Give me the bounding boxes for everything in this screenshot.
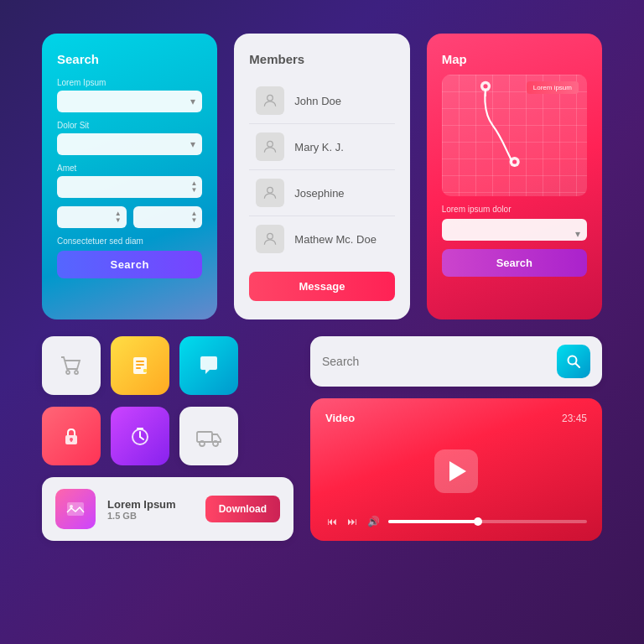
list-item[interactable]: Mathew Mc. Doe [249, 216, 394, 262]
select-lorem-ipsum[interactable] [57, 91, 202, 112]
download-size: 1.5 GB [107, 511, 194, 521]
svg-point-8 [66, 371, 70, 374]
avatar [256, 86, 284, 115]
video-header: Video 23:45 [325, 412, 587, 424]
svg-rect-12 [136, 364, 144, 366]
video-title: Video [325, 412, 355, 424]
member-name: John Doe [294, 95, 341, 107]
map-title: Map [442, 52, 587, 66]
label-amet: Amet [57, 164, 202, 173]
form-group-4: ▲▼ ▲▼ [57, 206, 202, 228]
chat-icon [195, 351, 223, 380]
video-play-area [325, 433, 587, 509]
message-btn[interactable]: Message [249, 272, 394, 301]
map-area: Lorem ipsum [442, 75, 587, 196]
form-group-3: Amet ▲▼ [57, 164, 202, 198]
download-title: Lorem Ipsum [107, 498, 194, 511]
svg-rect-11 [136, 361, 144, 362]
avatar [256, 132, 284, 161]
truck-icon-btn[interactable] [179, 407, 238, 465]
progress-fill [388, 520, 478, 523]
svg-point-1 [267, 141, 273, 147]
spinner-wrapper-amet: ▲▼ [57, 176, 202, 198]
form-group-2: Dolor Sit [57, 121, 202, 155]
prev-btn[interactable]: ⏭ [345, 516, 359, 527]
list-item[interactable]: Mary K. J. [249, 124, 394, 170]
timer-icon-btn[interactable] [111, 407, 169, 465]
map-select-wrapper [442, 219, 587, 249]
two-col-inputs: ▲▼ ▲▼ [57, 206, 202, 228]
right-bottom: Video 23:45 ⏮ ⏭ 🔊 [310, 336, 602, 541]
member-name: Mathew Mc. Doe [294, 233, 377, 246]
map-select[interactable] [442, 219, 587, 241]
member-name: Mary K. J. [294, 141, 344, 153]
svg-point-2 [267, 187, 273, 193]
rewind-btn[interactable]: ⏮ [325, 516, 339, 527]
members-card: Members John Doe Mary K. J. [234, 34, 409, 319]
map-route-svg [442, 75, 587, 180]
truck-icon [194, 421, 224, 451]
map-search-btn[interactable]: Search [442, 249, 587, 277]
member-list: John Doe Mary K. J. Josephine [249, 78, 394, 262]
lock-icon [58, 423, 85, 449]
svg-rect-13 [136, 367, 141, 369]
volume-btn[interactable]: 🔊 [366, 516, 382, 527]
chat-icon-btn[interactable] [179, 336, 238, 395]
video-timestamp: 23:45 [562, 413, 587, 424]
map-subtitle: Lorem ipsum dolor [442, 205, 587, 214]
select-wrapper-2 [57, 133, 202, 155]
image-icon [64, 497, 87, 521]
label-consectetuer: Consectetuer sed diam [57, 236, 202, 246]
svg-rect-14 [143, 369, 147, 372]
icon-buttons-row-2 [42, 407, 293, 465]
svg-point-5 [483, 84, 487, 88]
svg-point-3 [267, 233, 273, 239]
list-item[interactable]: John Doe [249, 78, 394, 124]
search-card-title: Search [57, 52, 202, 66]
search-card: Search Lorem Ipsum Dolor Sit Amet [42, 34, 217, 319]
video-controls: ⏮ ⏭ 🔊 [325, 516, 587, 527]
members-title: Members [249, 52, 394, 66]
bottom-row: Lorem Ipsum 1.5 GB Download [42, 336, 602, 541]
spinner-wrapper-2: ▲▼ [133, 206, 203, 228]
svg-rect-18 [197, 432, 212, 442]
download-icon-wrap [55, 489, 96, 529]
note-icon-btn[interactable] [111, 336, 169, 395]
progress-dot [474, 517, 482, 526]
cart-icon [56, 351, 86, 381]
label-lorem-ipsum: Lorem Ipsum [57, 78, 202, 87]
play-triangle-icon [449, 461, 466, 481]
search-bar-btn[interactable] [557, 345, 590, 378]
search-card-btn[interactable]: Search [57, 251, 202, 278]
input-amet[interactable] [57, 176, 202, 198]
select-dolor-sit[interactable] [57, 133, 202, 155]
left-bottom: Lorem Ipsum 1.5 GB Download [42, 336, 293, 541]
svg-point-7 [512, 159, 517, 164]
avatar [256, 179, 284, 207]
lock-icon-btn[interactable] [42, 407, 101, 465]
select-wrapper-1 [57, 91, 202, 112]
spinner-wrapper-1: ▲▼ [57, 206, 127, 228]
download-btn[interactable]: Download [205, 496, 280, 522]
member-name: Josephine [294, 187, 344, 200]
svg-point-9 [75, 371, 78, 374]
search-bar-input[interactable] [322, 355, 548, 368]
avatar [256, 225, 284, 253]
download-card: Lorem Ipsum 1.5 GB Download [42, 477, 293, 541]
icon-buttons-row-1 [42, 336, 293, 395]
timer-icon [127, 423, 153, 449]
search-icon [566, 354, 581, 369]
label-dolor-sit: Dolor Sit [57, 121, 202, 130]
svg-point-22 [70, 505, 73, 508]
download-info: Lorem Ipsum 1.5 GB [107, 498, 194, 521]
list-item[interactable]: Josephine [249, 170, 394, 216]
note-icon [127, 352, 153, 379]
map-card: Map Lorem ipsum Lorem ipsum dolor Search [427, 34, 602, 319]
cart-icon-btn[interactable] [42, 336, 101, 395]
progress-bar[interactable] [388, 520, 587, 523]
play-button[interactable] [434, 449, 478, 493]
svg-point-0 [267, 95, 273, 101]
form-group-1: Lorem Ipsum [57, 78, 202, 112]
video-card: Video 23:45 ⏮ ⏭ 🔊 [310, 398, 602, 541]
search-bar-card [310, 336, 602, 387]
